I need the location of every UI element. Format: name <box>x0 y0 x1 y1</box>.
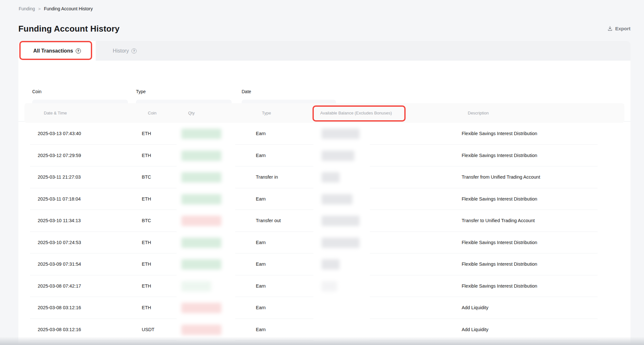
column-header-available-balance: Available Balance (Excludes Bonuses) <box>320 103 392 123</box>
cell-type: Earn <box>256 297 266 319</box>
download-icon <box>607 26 613 31</box>
breadcrumb: Funding > Funding Account History <box>19 6 93 11</box>
cell-coin: ETH <box>142 188 151 210</box>
redacted-qty-value <box>181 281 211 291</box>
breadcrumb-chevron-icon: > <box>38 6 41 11</box>
cell-type: Earn <box>256 232 266 254</box>
content-card: All Transactions ? History ? Coin All Ty… <box>18 41 630 345</box>
redacted-balance-value <box>322 259 340 270</box>
redacted-qty-value <box>181 325 221 335</box>
cell-coin: USDT <box>142 319 154 341</box>
cell-type: Earn <box>256 123 266 145</box>
cell-type: Transfer out <box>256 210 281 232</box>
redacted-qty-value <box>181 129 221 139</box>
column-header-description: Description <box>468 103 489 123</box>
help-icon[interactable]: ? <box>131 48 137 54</box>
cell-type: Transfer in <box>256 166 278 188</box>
redacted-qty-value <box>181 303 221 313</box>
column-header-type: Type <box>262 103 271 123</box>
cell-description: Add Liquidity <box>462 297 488 319</box>
tab-history[interactable]: History ? <box>96 41 154 61</box>
cell-description: Add Liquidity <box>462 319 488 341</box>
coin-filter-label: Coin <box>32 89 128 94</box>
cell-coin: ETH <box>142 297 151 319</box>
cell-datetime: 2025-03-11 07:18:04 <box>38 188 81 210</box>
redacted-qty-value <box>181 194 221 204</box>
cell-type: Earn <box>256 275 266 297</box>
cell-description: Flexible Savings Interest Distribution <box>462 188 537 210</box>
redacted-balance-value <box>322 238 360 248</box>
cell-coin: BTC <box>142 166 151 188</box>
cell-datetime: 2025-03-10 07:24:53 <box>38 232 81 254</box>
cell-type: Earn <box>256 319 266 341</box>
cell-datetime: 2025-03-12 07:29:59 <box>38 145 81 167</box>
redacted-balance-value <box>322 194 352 204</box>
cell-datetime: 2025-03-13 07:43:40 <box>38 123 81 145</box>
cell-description: Flexible Savings Interest Distribution <box>462 145 537 167</box>
column-header-datetime: Date & Time <box>44 103 67 123</box>
column-header-coin: Coin <box>148 103 157 123</box>
page-title: Funding Account History <box>18 24 120 34</box>
cell-type: Earn <box>256 253 266 275</box>
cell-datetime: 2025-03-08 03:12:16 <box>38 297 81 319</box>
redacted-balance-value <box>322 172 340 182</box>
column-header-qty: Qty <box>188 103 195 123</box>
date-filter-label: Date <box>242 89 336 94</box>
redacted-qty-value <box>181 238 221 248</box>
cell-type: Earn <box>256 188 266 210</box>
redacted-qty-value <box>181 259 221 270</box>
cell-coin: ETH <box>142 232 151 254</box>
cell-description: Transfer from Unified Trading Account <box>462 166 540 188</box>
cell-datetime: 2025-03-11 21:27:03 <box>38 166 81 188</box>
tab-all-transactions[interactable]: All Transactions ? <box>18 41 96 61</box>
redacted-qty-value <box>181 172 221 182</box>
redacted-qty-value <box>181 216 221 226</box>
cell-coin: ETH <box>142 253 151 275</box>
cell-coin: ETH <box>142 123 151 145</box>
cell-type: Earn <box>256 145 266 167</box>
cell-description: Transfer to Unified Trading Account <box>462 210 535 232</box>
tab-all-transactions-label: All Transactions <box>33 48 73 54</box>
cell-datetime: 2025-03-09 07:31:54 <box>38 253 81 275</box>
table-header: Date & Time Coin Qty Type Available Bala… <box>24 103 624 123</box>
export-label: Export <box>615 26 630 31</box>
cell-datetime: 2025-03-08 07:42:17 <box>38 275 81 297</box>
cell-description: Flexible Savings Interest Distribution <box>462 232 537 254</box>
table-body: 2025-03-13 07:43:40 ETH Earn Flexible Sa… <box>18 123 630 345</box>
redacted-balance-value <box>322 151 354 161</box>
cell-coin: ETH <box>142 275 151 297</box>
redacted-balance-value <box>322 281 337 291</box>
cell-coin: ETH <box>142 145 151 167</box>
redacted-balance-value <box>322 216 360 226</box>
cell-description: Flexible Savings Interest Distribution <box>462 253 537 275</box>
cell-coin: BTC <box>142 210 151 232</box>
export-button[interactable]: Export <box>607 26 630 31</box>
cell-datetime: 2025-03-10 11:34:13 <box>38 210 81 232</box>
tab-bar: All Transactions ? History ? <box>18 41 630 61</box>
tab-history-label: History <box>113 48 129 54</box>
type-filter-label: Type <box>136 89 232 94</box>
help-icon[interactable]: ? <box>76 48 81 54</box>
cell-description: Flexible Savings Interest Distribution <box>462 275 537 297</box>
redacted-qty-value <box>181 151 221 161</box>
cell-description: Flexible Savings Interest Distribution <box>462 123 537 145</box>
cell-datetime: 2025-03-08 03:12:16 <box>38 319 81 341</box>
redacted-balance-value <box>322 129 360 139</box>
breadcrumb-current: Funding Account History <box>44 6 93 11</box>
breadcrumb-funding-link[interactable]: Funding <box>19 6 35 11</box>
